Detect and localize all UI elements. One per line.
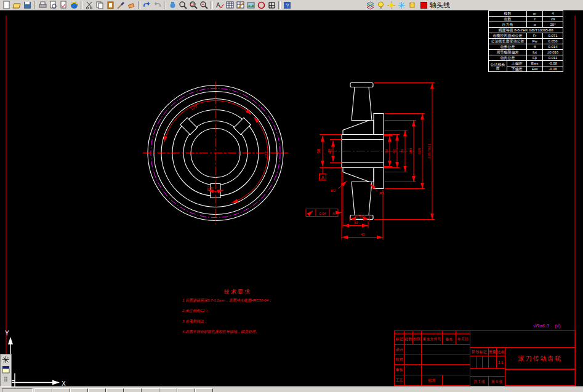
titleblock-header: 更改文件号 xyxy=(422,334,443,344)
current-layer-name[interactable]: 轴头线 xyxy=(430,1,450,10)
grid-toggle-button[interactable] xyxy=(52,388,70,392)
sheet-count: 共 7 张 xyxy=(470,377,489,386)
zoom-window-icon[interactable] xyxy=(188,1,199,10)
ucs-y-label: Y xyxy=(5,330,9,337)
ortho-toggle-button[interactable] xyxy=(70,388,88,392)
match-properties-icon[interactable] xyxy=(116,1,126,10)
layers-icon[interactable] xyxy=(365,1,376,10)
tech-req-line: 3.去毛刺锐边； xyxy=(182,319,293,324)
tech-req-title: 技术要求 xyxy=(182,288,293,296)
new-file-icon[interactable] xyxy=(1,1,12,10)
radius-label: R5 xyxy=(379,191,384,195)
scale-value: 1:1 xyxy=(497,356,505,369)
table-row: 公法线长度上偏差Ews-0.08 xyxy=(489,61,563,66)
zoom-previous-icon[interactable] xyxy=(199,1,209,10)
radius-label: R2 xyxy=(331,189,336,193)
radius-leaders: R2 R5 xyxy=(331,182,384,195)
snap-toggle-button[interactable] xyxy=(34,388,52,392)
keyway-slot xyxy=(180,118,198,135)
image-icon[interactable] xyxy=(246,1,256,10)
drawing-number-cell xyxy=(505,369,576,386)
left-dimensions: 58 42 A xyxy=(316,135,342,180)
dyn-toggle-button[interactable] xyxy=(159,388,177,392)
zoom-realtime-icon[interactable] xyxy=(178,1,188,10)
surface-roughness-paren: (√) xyxy=(555,323,561,329)
toolbar-separator xyxy=(81,1,83,9)
surface-finish-note: √Ra6.3 (√) xyxy=(533,323,561,329)
keyway-slot xyxy=(234,118,251,135)
ucs-y-arrowhead xyxy=(8,337,13,345)
dim-label: 225.5h11 xyxy=(427,143,431,159)
sheet-set-icon[interactable] xyxy=(235,1,246,10)
tooltip-icon xyxy=(2,366,10,374)
tooltip-settings-button[interactable] xyxy=(1,365,10,374)
model-space-button[interactable] xyxy=(195,388,213,392)
table-row: 压力角α20° xyxy=(489,22,563,28)
layer-color-cylinder-icon[interactable] xyxy=(407,1,417,10)
spell-check-icon[interactable] xyxy=(58,1,69,10)
polar-toggle-button[interactable] xyxy=(88,388,106,392)
dim-label: 30 xyxy=(354,221,358,225)
table-row: 精度等级 8-8-7HK GB/T10095-88 xyxy=(489,28,563,33)
tech-req-line: 2.未注倒角C2； xyxy=(182,308,293,314)
ucs-x-label: X xyxy=(62,380,66,387)
flange-section xyxy=(343,121,374,135)
main-toolbar: A ? 轴头线 xyxy=(0,0,583,10)
ucs-x-arrowhead xyxy=(52,380,60,385)
toolbar-separator xyxy=(164,1,166,9)
cut-icon[interactable] xyxy=(84,1,95,10)
titleblock-header: 分区 xyxy=(413,334,422,344)
grid-snap-icon[interactable] xyxy=(267,1,277,10)
layer-on-bulb-icon[interactable] xyxy=(376,1,386,10)
copy-icon[interactable] xyxy=(95,1,105,10)
layer-sun-icon[interactable] xyxy=(386,1,396,10)
ucs-icon: Y X xyxy=(5,330,66,388)
open-folder-icon[interactable] xyxy=(12,1,22,10)
runout-symbol-icon xyxy=(308,211,313,215)
print-preview-icon[interactable] xyxy=(48,1,58,10)
titleblock-header: 标记 xyxy=(395,334,404,344)
title-block-stage-grid: 阶段标记重量比例 1:1 共 7 张第 6 张 xyxy=(470,348,505,386)
layer-freeze-icon[interactable] xyxy=(396,1,407,10)
gear-tooth-section xyxy=(352,87,372,121)
redo-icon[interactable] xyxy=(152,1,163,10)
status-bar xyxy=(0,386,583,392)
otrack-toggle-button[interactable] xyxy=(124,388,142,392)
table-row: 齿形公差ff0.014 xyxy=(489,44,563,50)
current-color-swatch[interactable] xyxy=(420,2,427,9)
paste-icon[interactable] xyxy=(105,1,116,10)
scale-label: 比例 xyxy=(497,348,505,356)
tech-req-line: 1.齿面渗碳层深0.7-1.2mm，表面淬火硬度HRC58-64； xyxy=(182,298,293,303)
palette-grip[interactable] xyxy=(4,377,8,382)
svg-text:?: ? xyxy=(286,2,289,9)
osnap-toggle-button[interactable] xyxy=(106,388,124,392)
table-row: 齿圈径向跳动公差Fr0.071 xyxy=(489,33,563,39)
gear-parameter-table: 模数m4 齿数z29 压力角α20° 精度等级 8-8-7HK GB/T1009… xyxy=(488,10,563,72)
dim-label: 104 xyxy=(409,148,412,154)
titleblock-company-cell xyxy=(470,330,576,348)
feature-control-frame: 0.04 A xyxy=(306,209,342,217)
lineweight-toggle-button[interactable] xyxy=(177,388,195,392)
ducs-toggle-button[interactable] xyxy=(142,388,159,392)
save-icon[interactable] xyxy=(22,1,33,10)
rim-step-section xyxy=(374,114,384,135)
surface-roughness-label: √Ra6.3 xyxy=(533,323,549,329)
gear-tooth-section xyxy=(352,182,372,215)
titleblock-header: 签名 xyxy=(443,334,456,344)
coordinate-display xyxy=(2,388,33,392)
snap-star-button[interactable] xyxy=(1,355,10,364)
erase-icon[interactable] xyxy=(126,1,137,10)
dim-label: 27±0.2 xyxy=(355,214,366,218)
plot-icon[interactable] xyxy=(38,1,48,10)
flange-section xyxy=(343,168,374,182)
dim-label: 128 xyxy=(417,148,421,154)
fcf-value: 0.04 xyxy=(319,212,326,215)
titleblock-row-label: 校对 xyxy=(395,354,404,365)
find-icon[interactable]: A xyxy=(214,1,225,10)
table-icon[interactable] xyxy=(225,1,235,10)
pan-icon[interactable] xyxy=(167,1,178,10)
undo-icon[interactable] xyxy=(142,1,152,10)
revision-cloud-icon[interactable] xyxy=(256,1,267,10)
render-orbit-icon[interactable] xyxy=(69,1,79,10)
help-icon[interactable]: ? xyxy=(282,1,292,10)
